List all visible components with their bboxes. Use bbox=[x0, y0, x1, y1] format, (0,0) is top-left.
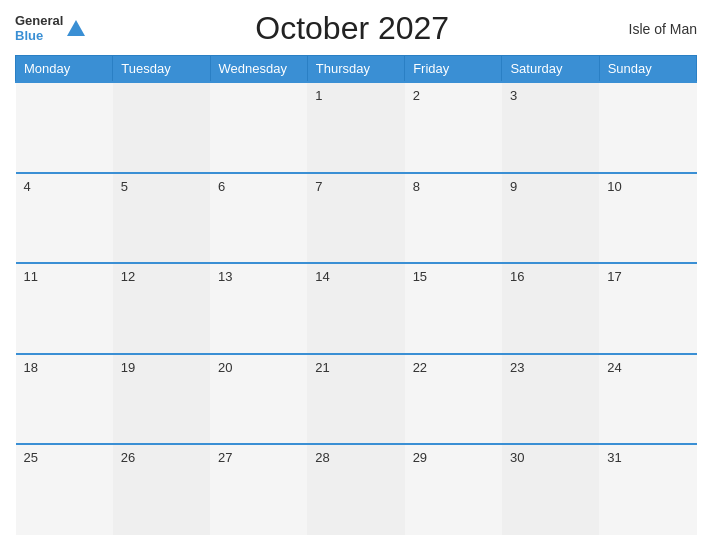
day-number: 1 bbox=[315, 88, 322, 103]
calendar-day-cell: 10 bbox=[599, 173, 696, 264]
day-number: 6 bbox=[218, 179, 225, 194]
calendar-day-cell: 18 bbox=[16, 354, 113, 445]
calendar-day-cell: 26 bbox=[113, 444, 210, 535]
calendar-day-cell: 24 bbox=[599, 354, 696, 445]
calendar-week-row: 45678910 bbox=[16, 173, 697, 264]
day-number: 8 bbox=[413, 179, 420, 194]
day-number: 4 bbox=[24, 179, 31, 194]
calendar-region: Isle of Man bbox=[617, 21, 697, 37]
calendar-day-cell bbox=[16, 82, 113, 173]
calendar-day-cell bbox=[599, 82, 696, 173]
calendar-day-cell: 4 bbox=[16, 173, 113, 264]
calendar-day-cell bbox=[210, 82, 307, 173]
day-number: 12 bbox=[121, 269, 135, 284]
day-number: 30 bbox=[510, 450, 524, 465]
day-number: 18 bbox=[24, 360, 38, 375]
calendar-day-cell: 14 bbox=[307, 263, 404, 354]
calendar-day-cell: 3 bbox=[502, 82, 599, 173]
calendar-day-cell: 20 bbox=[210, 354, 307, 445]
day-number: 2 bbox=[413, 88, 420, 103]
day-number: 20 bbox=[218, 360, 232, 375]
header-sunday: Sunday bbox=[599, 56, 696, 83]
calendar-day-cell: 25 bbox=[16, 444, 113, 535]
calendar-week-row: 11121314151617 bbox=[16, 263, 697, 354]
day-number: 3 bbox=[510, 88, 517, 103]
day-number: 24 bbox=[607, 360, 621, 375]
day-number: 13 bbox=[218, 269, 232, 284]
calendar-day-cell: 12 bbox=[113, 263, 210, 354]
day-number: 7 bbox=[315, 179, 322, 194]
header-thursday: Thursday bbox=[307, 56, 404, 83]
header-monday: Monday bbox=[16, 56, 113, 83]
weekday-header-row: Monday Tuesday Wednesday Thursday Friday… bbox=[16, 56, 697, 83]
calendar-table: Monday Tuesday Wednesday Thursday Friday… bbox=[15, 55, 697, 535]
calendar-day-cell: 6 bbox=[210, 173, 307, 264]
calendar-day-cell: 22 bbox=[405, 354, 502, 445]
calendar-day-cell: 2 bbox=[405, 82, 502, 173]
day-number: 19 bbox=[121, 360, 135, 375]
calendar-day-cell: 23 bbox=[502, 354, 599, 445]
day-number: 28 bbox=[315, 450, 329, 465]
calendar-day-cell: 16 bbox=[502, 263, 599, 354]
calendar-day-cell: 28 bbox=[307, 444, 404, 535]
calendar-day-cell: 11 bbox=[16, 263, 113, 354]
day-number: 25 bbox=[24, 450, 38, 465]
day-number: 5 bbox=[121, 179, 128, 194]
logo: General Blue bbox=[15, 14, 87, 43]
calendar-title: October 2027 bbox=[87, 10, 617, 47]
calendar-day-cell: 1 bbox=[307, 82, 404, 173]
calendar-week-row: 123 bbox=[16, 82, 697, 173]
day-number: 21 bbox=[315, 360, 329, 375]
calendar-week-row: 18192021222324 bbox=[16, 354, 697, 445]
header-tuesday: Tuesday bbox=[113, 56, 210, 83]
day-number: 23 bbox=[510, 360, 524, 375]
day-number: 27 bbox=[218, 450, 232, 465]
day-number: 9 bbox=[510, 179, 517, 194]
calendar-body: 1234567891011121314151617181920212223242… bbox=[16, 82, 697, 535]
calendar-day-cell: 21 bbox=[307, 354, 404, 445]
calendar-day-cell: 17 bbox=[599, 263, 696, 354]
calendar-day-cell: 5 bbox=[113, 173, 210, 264]
day-number: 14 bbox=[315, 269, 329, 284]
calendar-day-cell: 15 bbox=[405, 263, 502, 354]
day-number: 10 bbox=[607, 179, 621, 194]
header-friday: Friday bbox=[405, 56, 502, 83]
day-number: 15 bbox=[413, 269, 427, 284]
svg-marker-0 bbox=[67, 20, 85, 36]
calendar-day-cell: 30 bbox=[502, 444, 599, 535]
logo-text: General Blue bbox=[15, 14, 63, 43]
calendar-day-cell: 8 bbox=[405, 173, 502, 264]
logo-general: General bbox=[15, 14, 63, 28]
calendar-day-cell: 13 bbox=[210, 263, 307, 354]
calendar-day-cell bbox=[113, 82, 210, 173]
calendar-day-cell: 19 bbox=[113, 354, 210, 445]
header-saturday: Saturday bbox=[502, 56, 599, 83]
day-number: 29 bbox=[413, 450, 427, 465]
calendar-day-cell: 9 bbox=[502, 173, 599, 264]
logo-icon bbox=[65, 18, 87, 40]
calendar-day-cell: 27 bbox=[210, 444, 307, 535]
day-number: 17 bbox=[607, 269, 621, 284]
calendar-header: General Blue October 2027 Isle of Man bbox=[15, 10, 697, 47]
day-number: 11 bbox=[24, 269, 38, 284]
logo-blue: Blue bbox=[15, 29, 63, 43]
day-number: 26 bbox=[121, 450, 135, 465]
calendar-day-cell: 29 bbox=[405, 444, 502, 535]
calendar-day-cell: 31 bbox=[599, 444, 696, 535]
calendar-week-row: 25262728293031 bbox=[16, 444, 697, 535]
day-number: 31 bbox=[607, 450, 621, 465]
calendar-container: General Blue October 2027 Isle of Man Mo… bbox=[0, 0, 712, 550]
header-wednesday: Wednesday bbox=[210, 56, 307, 83]
calendar-day-cell: 7 bbox=[307, 173, 404, 264]
day-number: 22 bbox=[413, 360, 427, 375]
day-number: 16 bbox=[510, 269, 524, 284]
